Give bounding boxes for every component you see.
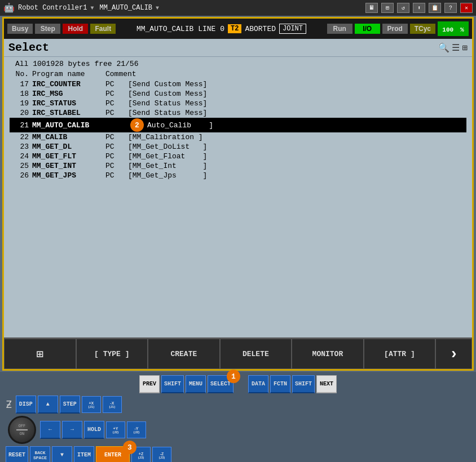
delete-btn[interactable]: DELETE — [220, 339, 292, 369]
prog-num: 24 — [10, 152, 32, 161]
prog-num: 25 — [10, 162, 32, 170]
table-row[interactable]: 20IRC_STLABELPC[Send Status Mess] — [10, 108, 466, 118]
prog-num: 20 — [10, 109, 32, 117]
grid-toolbar-btn[interactable]: ⊞ — [4, 339, 76, 369]
item-btn[interactable]: ITEM — [74, 446, 94, 462]
fault-btn[interactable]: Fault — [90, 24, 116, 34]
monitor-btn[interactable]: MONITOR — [292, 339, 364, 369]
next-kbd-btn[interactable]: NEXT — [316, 375, 337, 393]
j1-minus-btn[interactable]: -X(J1) — [103, 396, 122, 413]
prog-name: IRC_STATUS — [32, 99, 105, 108]
prog-comment: [Send Status Mess] — [128, 99, 466, 108]
prog-type: PC — [105, 99, 128, 108]
layout-icon[interactable]: ⊞ — [462, 42, 468, 54]
robot-icon: 🤖 — [3, 2, 15, 14]
table-row[interactable]: 23MM_GET_DLPC[MM_Get_DoList ] — [10, 142, 466, 152]
prog-type: PC — [105, 171, 128, 180]
prog-rows-container: 17IRC_COUNTERPC[Send Custom Mess]18IRC_M… — [10, 79, 466, 180]
badge-1: 1 — [227, 370, 240, 383]
table-row[interactable]: 24MM_GET_FLTPC[MM_Get_Float ] — [10, 152, 466, 161]
calc-icon-btn[interactable]: 🖩 — [365, 3, 378, 13]
prog-comment: [MM_Get_Int ] — [128, 162, 466, 170]
table-row[interactable]: 22MM_CALIBPC[MM_Calibration ] — [10, 132, 466, 142]
menu-btn[interactable]: MENU — [186, 375, 206, 393]
prog-comment: [MM_Get_DoList ] — [128, 143, 466, 151]
down-arrow-btn[interactable]: ▼ — [52, 446, 72, 462]
step-btn[interactable]: Step — [35, 24, 60, 34]
info-row: All 1001928 bytes free 21/56 — [10, 59, 466, 69]
kbd-row1: PREV SHIFT MENU SELECT 1 DATA FCTN SHIFT… — [6, 375, 470, 393]
prev-btn[interactable]: PREV — [139, 375, 160, 393]
bottom-toolbar: ⊞ [ TYPE ] CREATE DELETE MONITOR [ATTR ]… — [4, 337, 472, 369]
prog-num: 18 — [10, 90, 32, 98]
up-icon-btn[interactable]: ⬆ — [413, 3, 425, 13]
copy-icon-btn[interactable]: 📋 — [429, 3, 441, 13]
prog-comment: [Send Custom Mess] — [128, 80, 466, 88]
prog-name: MM_CALIB — [32, 133, 105, 141]
list-header: No. Program name Comment — [10, 69, 466, 79]
type-btn[interactable]: [ TYPE ] — [76, 339, 148, 369]
dropdown-arrow2[interactable]: ▼ — [156, 5, 159, 11]
grid-icon-btn[interactable]: ⊞ — [381, 3, 394, 13]
up-arrow-btn[interactable]: ▲ — [38, 396, 58, 414]
io-btn[interactable]: I/O — [355, 24, 380, 34]
create-btn[interactable]: CREATE — [148, 339, 220, 369]
prog-name: MM_GET_JPS — [32, 171, 105, 180]
tcyc-btn[interactable]: TCyc — [410, 24, 435, 34]
prog-num: 26 — [10, 171, 32, 180]
percent-sign: % — [460, 26, 464, 33]
hold-btn[interactable]: Hold — [63, 24, 88, 34]
knob-off-label: OFF — [19, 424, 26, 428]
table-row[interactable]: 21MM_AUTO_CALIB2Auto_Calib ] — [10, 118, 466, 132]
table-row[interactable]: 18IRC_MSGPC[Send Custom Mess] — [10, 89, 466, 99]
disp-btn[interactable]: DISP — [16, 396, 36, 414]
percent-display: 100 % — [438, 21, 469, 36]
history-icon-btn[interactable]: ↺ — [397, 3, 409, 13]
prog-name: MM_GET_FLT — [32, 152, 105, 161]
close-btn[interactable]: ✕ — [460, 3, 473, 13]
table-row[interactable]: 19IRC_STATUSPC[Send Status Mess] — [10, 99, 466, 108]
prog-type: PC — [105, 152, 128, 161]
dropdown-arrow1[interactable]: ▼ — [90, 5, 94, 11]
prog-comment: [Send Status Mess] — [128, 109, 466, 117]
table-row[interactable]: 17IRC_COUNTERPC[Send Custom Mess] — [10, 79, 466, 89]
status-info: MM_AUTO_CALIB LINE 0 T2 ABORTED JOINT — [118, 24, 324, 34]
step-kbd-btn[interactable]: STEP — [60, 396, 80, 414]
backspace-btn[interactable]: BACKSPACE — [30, 446, 50, 462]
data-btn[interactable]: DATA — [248, 375, 268, 393]
j2-plus-btn[interactable]: +Y(J2) — [106, 421, 125, 438]
shift-btn2[interactable]: SHIFT — [292, 375, 315, 393]
knob[interactable]: OFF ON — [8, 416, 36, 444]
run-btn[interactable]: Run — [327, 24, 352, 34]
prog-name: IRC_STLABEL — [32, 109, 105, 117]
next-btn[interactable]: › — [435, 339, 472, 369]
fanuc-logo: Ƶ — [6, 398, 12, 411]
help-icon-btn[interactable]: ? — [444, 3, 457, 13]
table-row[interactable]: 25MM_GET_INTPC[MM_Get_Int ] — [10, 161, 466, 171]
prod-btn[interactable]: Prod — [382, 24, 408, 34]
table-row[interactable]: 26MM_GET_JPSPC[MM_Get_Jps ] — [10, 171, 466, 180]
zoom-icon[interactable]: 🔍 — [438, 42, 449, 54]
prog-type: PC — [105, 143, 128, 151]
prog-name: MM_GET_DL — [32, 143, 105, 151]
select-header: Select 🔍 ☰ ⊞ — [4, 39, 472, 57]
j3-minus-btn[interactable]: -Z(J3) — [152, 447, 171, 462]
kbd-row4: RESET BACKSPACE ▼ ITEM ENTER 3 +Z(J3) -Z… — [6, 446, 470, 462]
aborted-text: ABORTED — [245, 25, 276, 33]
header-icons: 🔍 ☰ ⊞ — [438, 42, 468, 54]
keyboard-area: PREV SHIFT MENU SELECT 1 DATA FCTN SHIFT… — [0, 372, 476, 462]
menu-icon[interactable]: ☰ — [452, 42, 460, 54]
left-arrow-btn[interactable]: ← — [40, 421, 60, 439]
reset-btn[interactable]: RESET — [6, 446, 28, 462]
prog-type: PC — [105, 162, 128, 170]
fctn-btn[interactable]: FCTN — [270, 375, 290, 393]
busy-btn[interactable]: Busy — [7, 24, 33, 34]
j2-minus-btn[interactable]: -Y(J2) — [127, 421, 146, 438]
j1-plus-btn[interactable]: +X(J1) — [82, 396, 101, 413]
prog-type: PC — [105, 109, 128, 117]
hold-kbd-btn[interactable]: HOLD — [84, 421, 104, 439]
title-bar: 🤖 Robot Controller1 ▼ MM_AUTO_CALIB ▼ 🖩 … — [0, 0, 476, 16]
right-arrow-btn[interactable]: → — [62, 421, 82, 439]
shift-btn1[interactable]: SHIFT — [161, 375, 184, 393]
attr-btn[interactable]: [ATTR ] — [364, 339, 436, 369]
